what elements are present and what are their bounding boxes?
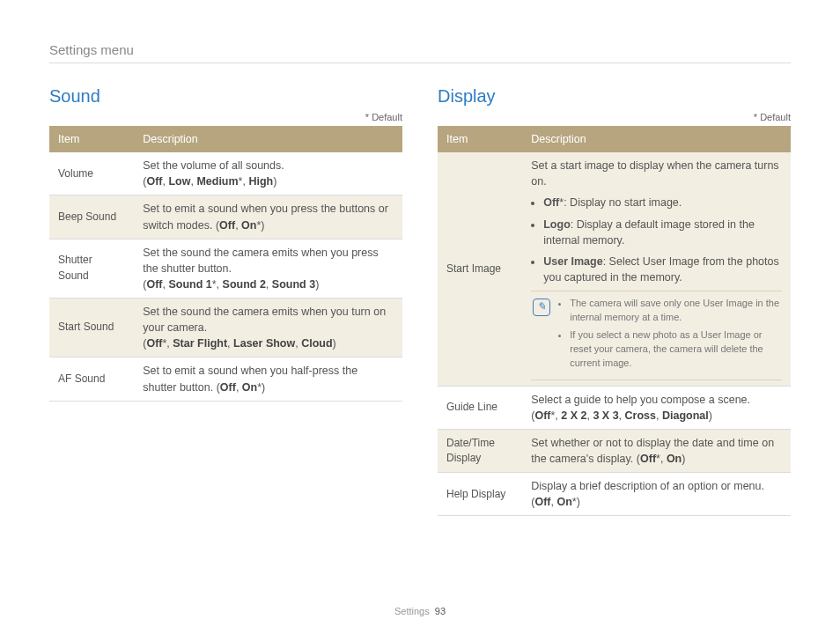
row-item: Volume [49, 152, 134, 195]
row-desc: Set to emit a sound when you press the b… [134, 195, 402, 239]
options: (Off*, 2 X 2, 3 X 3, Cross, Diagonal) [531, 409, 712, 422]
row-desc: Set to emit a sound when you half-press … [134, 358, 402, 401]
page-footer: Settings 93 [49, 606, 791, 616]
desc-text: Set the sound the camera emits when you … [143, 247, 379, 275]
options: (Off*, Star Flight, Laser Show, Cloud) [143, 337, 336, 350]
row-item: Beep Sound [49, 195, 134, 239]
bullet-text: : Display no start image. [564, 196, 682, 209]
page-number: 93 [435, 606, 446, 616]
desc-text: Select a guide to help you compose a sce… [531, 394, 750, 406]
th-description: Description [522, 126, 791, 152]
row-desc: Set the sound the camera emits when you … [134, 239, 402, 298]
sound-heading: Sound [49, 86, 402, 107]
th-item: Item [438, 126, 522, 152]
desc-text: Display a brief description of an option… [531, 480, 764, 492]
row-desc: Set whether or not to display the date a… [522, 429, 791, 472]
row-item: Date/Time Display [438, 429, 522, 472]
sound-section: Sound * Default Item Description Volume … [49, 86, 402, 516]
row-item: Shutter Sound [49, 239, 134, 298]
options: (Off*, On) [637, 453, 686, 465]
row-desc: Set the volume of all sounds. (Off, Low,… [134, 152, 402, 195]
th-description: Description [134, 126, 402, 152]
note-text: The camera will save only one User Image… [570, 297, 780, 325]
row-desc: Set the sound the camera emits when you … [134, 299, 402, 358]
row-item: Start Image [438, 152, 522, 386]
options: (Off, On*) [531, 496, 580, 508]
options: (Off, On*) [217, 381, 266, 394]
default-note: * Default [49, 112, 402, 122]
display-table: Item Description Start Image Set a start… [438, 126, 791, 516]
options: (Off, Low, Medium*, High) [143, 175, 276, 188]
display-section: Display * Default Item Description Start… [438, 86, 791, 516]
desc-text: Set to emit a sound when you press the b… [143, 203, 388, 231]
display-heading: Display [438, 86, 791, 107]
note-icon: ✎ [533, 299, 550, 316]
th-item: Item [49, 126, 134, 152]
desc-text: Set a start image to display when the ca… [531, 159, 778, 188]
note-box: ✎ The camera will save only one User Ima… [531, 291, 782, 380]
desc-text: Set the sound the camera emits when you … [143, 306, 386, 334]
options: (Off, On*) [216, 219, 265, 232]
row-desc: Select a guide to help you compose a sce… [522, 386, 791, 429]
default-note: * Default [438, 112, 791, 122]
note-text: If you select a new photo as a User Imag… [570, 328, 780, 371]
row-item: Help Display [438, 473, 522, 516]
bullets: Off*: Display no start image. Logo: Disp… [531, 195, 782, 285]
desc-text: Set the volume of all sounds. [143, 159, 284, 172]
sound-table: Item Description Volume Set the volume o… [49, 126, 402, 402]
footer-label: Settings [394, 606, 430, 616]
row-item: Start Sound [49, 299, 134, 358]
breadcrumb: Settings menu [49, 42, 791, 63]
options: (Off, Sound 1*, Sound 2, Sound 3) [143, 278, 319, 291]
row-item: Guide Line [438, 386, 522, 429]
row-desc: Set a start image to display when the ca… [522, 152, 791, 386]
row-item: AF Sound [49, 358, 134, 401]
row-desc: Display a brief description of an option… [522, 473, 791, 516]
bullet-text: : Display a default image stored in the … [543, 218, 755, 247]
